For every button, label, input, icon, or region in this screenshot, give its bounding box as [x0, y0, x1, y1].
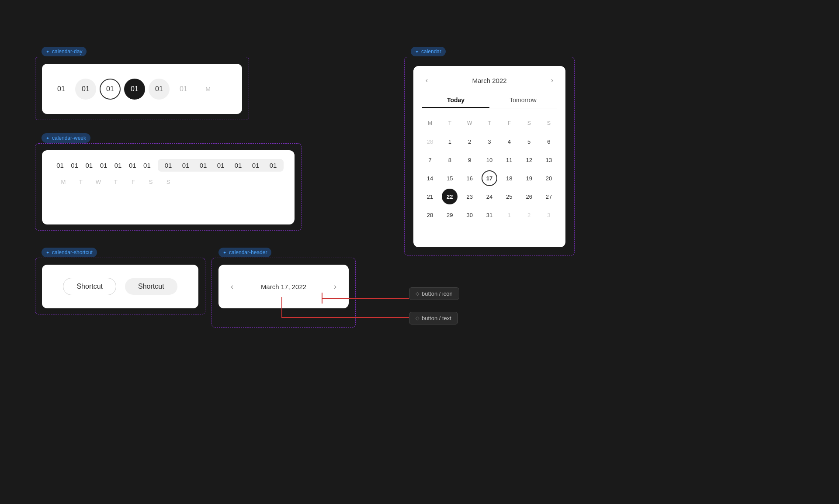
annotation-badge-btn-text: ◇ button / text — [409, 312, 458, 324]
calendar-day-card: 01 01 01 01 01 01 M — [42, 64, 242, 114]
diamond-icon: ◇ — [416, 315, 419, 321]
week-num[interactable]: 01 — [194, 162, 212, 169]
cal-day-30[interactable]: 30 — [462, 207, 478, 223]
cal-day-16[interactable]: 16 — [462, 170, 478, 186]
diamond-icon: ✦ — [46, 250, 49, 255]
cal-day-1[interactable]: 1 — [442, 134, 458, 149]
cal-day-14[interactable]: 14 — [422, 170, 438, 186]
cal-day-25[interactable]: 25 — [501, 189, 517, 204]
tab-tomorrow[interactable]: Tomorrow — [489, 93, 557, 108]
day-letter-S2: S — [159, 179, 177, 185]
cal-day-17[interactable]: 17 — [482, 170, 497, 186]
week-num[interactable]: 01 — [177, 162, 194, 169]
calendar-next-month-button[interactable]: › — [548, 75, 557, 86]
calendar-tabs: Today Tomorrow — [422, 93, 557, 108]
cal-day-7[interactable]: 7 — [422, 152, 438, 168]
diamond-icon: ✦ — [223, 250, 226, 255]
cal-day-6[interactable]: 6 — [541, 134, 557, 149]
cal-day-11[interactable]: 11 — [501, 152, 517, 168]
cal-day-28-prev[interactable]: 28 — [422, 134, 438, 149]
calendar-week-row-1: 28 1 2 3 4 5 6 — [422, 134, 557, 149]
calendar-next-button[interactable]: › — [330, 280, 340, 293]
week-num[interactable]: 01 — [264, 162, 282, 169]
week-num[interactable]: 01 — [53, 162, 67, 169]
day-letter-T2: T — [107, 179, 125, 185]
cal-day-12[interactable]: 12 — [521, 152, 537, 168]
cal-day-1-next[interactable]: 1 — [501, 207, 517, 223]
shortcut-button-2[interactable]: Shortcut — [125, 278, 177, 295]
cal-day-8[interactable]: 8 — [442, 152, 458, 168]
cal-day-20[interactable]: 20 — [541, 170, 557, 186]
calendar-month-title: March 2022 — [472, 77, 506, 84]
calendar-prev-month-button[interactable]: ‹ — [422, 75, 431, 86]
week-num[interactable]: 01 — [67, 162, 82, 169]
cal-day-26[interactable]: 26 — [521, 189, 537, 204]
cal-day-5[interactable]: 5 — [521, 134, 537, 149]
cal-day-2[interactable]: 2 — [462, 134, 478, 149]
week-num[interactable]: 01 — [96, 162, 111, 169]
week-num[interactable]: 01 — [247, 162, 264, 169]
calendar-shortcut-container: Shortcut Shortcut — [35, 258, 205, 314]
cal-day-4[interactable]: 4 — [501, 134, 517, 149]
calendar-grid: M T W T F S S 28 1 2 3 4 5 6 7 8 — [422, 115, 557, 223]
cal-day-2-next[interactable]: 2 — [521, 207, 537, 223]
calendar-day-container: 01 01 01 01 01 01 M — [35, 57, 249, 120]
label-calendar-day: ✦ calendar-day — [42, 47, 87, 56]
annotation-tick-text — [281, 297, 282, 317]
cal-day-22[interactable]: 22 — [442, 189, 458, 204]
cal-day-10[interactable]: 10 — [482, 152, 497, 168]
calendar-header-title: March 17, 2022 — [261, 283, 306, 290]
diamond-icon: ◇ — [416, 291, 419, 297]
calendar-container: ‹ March 2022 › Today Tomorrow M T W T F … — [404, 57, 575, 255]
week-num[interactable]: 01 — [82, 162, 96, 169]
label-calendar-shortcut: ✦ calendar-shortcut — [42, 248, 97, 257]
cal-day-3-next[interactable]: 3 — [541, 207, 557, 223]
week-num[interactable]: 01 — [212, 162, 229, 169]
week-num[interactable]: 01 — [159, 162, 177, 169]
cal-day-21[interactable]: 21 — [422, 189, 438, 204]
annotation-tick-icon — [322, 293, 322, 304]
annotation-badge-btn-icon: ◇ button / icon — [409, 287, 459, 300]
day-item-6[interactable]: 01 — [173, 79, 194, 100]
diamond-icon: ✦ — [46, 136, 49, 141]
label-text: calendar-shortcut — [52, 249, 93, 255]
calendar-week-row-2: 7 8 9 10 11 12 13 — [422, 152, 557, 168]
week-num[interactable]: 01 — [229, 162, 247, 169]
label-text: calendar-header — [229, 249, 267, 255]
cal-day-28[interactable]: 28 — [422, 207, 438, 223]
day-item-5[interactable]: 01 — [149, 79, 170, 100]
week-num[interactable]: 01 — [111, 162, 125, 169]
cal-day-31[interactable]: 31 — [482, 207, 497, 223]
col-header-T2: T — [482, 115, 497, 131]
cal-day-3[interactable]: 3 — [482, 134, 497, 149]
annotation-label: button / icon — [422, 290, 453, 297]
week-numbers-row: 01 01 01 01 01 01 01 01 01 01 01 01 01 0… — [53, 159, 284, 172]
week-num[interactable]: 01 — [125, 162, 140, 169]
day-item-4[interactable]: 01 — [124, 79, 145, 100]
cal-day-13[interactable]: 13 — [541, 152, 557, 168]
cal-day-27[interactable]: 27 — [541, 189, 557, 204]
cal-day-9[interactable]: 9 — [462, 152, 478, 168]
cal-day-15[interactable]: 15 — [442, 170, 458, 186]
cal-day-29[interactable]: 29 — [442, 207, 458, 223]
calendar-prev-button[interactable]: ‹ — [227, 280, 237, 293]
calendar-header-card: ‹ March 17, 2022 › — [218, 265, 349, 308]
day-item-3[interactable]: 01 — [100, 79, 121, 100]
annotation-line-text — [281, 317, 409, 318]
week-num[interactable]: 01 — [140, 162, 154, 169]
calendar-week-card: 01 01 01 01 01 01 01 01 01 01 01 01 01 0… — [42, 150, 295, 224]
shortcut-button-1[interactable]: Shortcut — [63, 278, 116, 295]
cal-day-23[interactable]: 23 — [462, 189, 478, 204]
diamond-icon: ✦ — [415, 49, 419, 54]
cal-day-18[interactable]: 18 — [501, 170, 517, 186]
cal-day-24[interactable]: 24 — [482, 189, 497, 204]
annotation-line-icon — [322, 298, 409, 299]
tab-today[interactable]: Today — [422, 93, 489, 108]
label-calendar: ✦ calendar — [411, 47, 446, 56]
day-item-2[interactable]: 01 — [75, 79, 96, 100]
label-text: calendar-week — [52, 135, 86, 141]
day-item-1[interactable]: 01 — [51, 79, 72, 100]
col-header-F: F — [501, 115, 517, 131]
day-letter-F: F — [125, 179, 142, 185]
cal-day-19[interactable]: 19 — [521, 170, 537, 186]
